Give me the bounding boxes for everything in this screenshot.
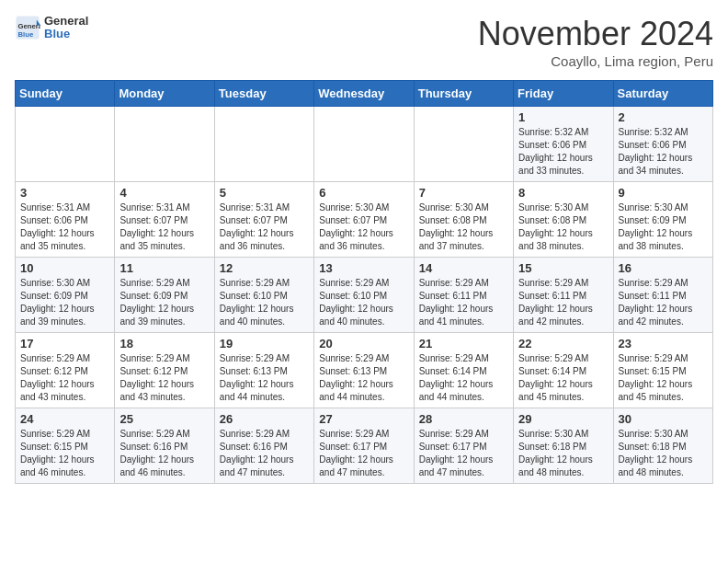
day-info: Sunrise: 5:30 AM Sunset: 6:08 PM Dayligh… xyxy=(419,201,508,253)
day-info: Sunrise: 5:30 AM Sunset: 6:08 PM Dayligh… xyxy=(518,201,608,253)
day-info: Sunrise: 5:31 AM Sunset: 6:07 PM Dayligh… xyxy=(220,201,309,253)
day-info: Sunrise: 5:29 AM Sunset: 6:09 PM Dayligh… xyxy=(119,277,209,328)
calendar-cell: 3Sunrise: 5:31 AM Sunset: 6:06 PM Daylig… xyxy=(16,182,115,258)
calendar-cell: 4Sunrise: 5:31 AM Sunset: 6:07 PM Daylig… xyxy=(115,182,214,258)
calendar-cell: 16Sunrise: 5:29 AM Sunset: 6:11 PM Dayli… xyxy=(613,258,712,333)
day-info: Sunrise: 5:29 AM Sunset: 6:17 PM Dayligh… xyxy=(419,428,508,479)
title-block: November 2024 Coayllo, Lima region, Peru xyxy=(478,15,713,69)
day-info: Sunrise: 5:29 AM Sunset: 6:15 PM Dayligh… xyxy=(20,428,109,479)
day-number: 9 xyxy=(619,186,708,200)
calendar-cell: 29Sunrise: 5:30 AM Sunset: 6:18 PM Dayli… xyxy=(514,408,613,484)
day-number: 21 xyxy=(419,337,508,350)
day-number: 2 xyxy=(619,110,708,124)
day-info: Sunrise: 5:29 AM Sunset: 6:14 PM Dayligh… xyxy=(518,352,608,404)
calendar-cell: 10Sunrise: 5:30 AM Sunset: 6:09 PM Dayli… xyxy=(16,258,115,333)
calendar-cell: 5Sunrise: 5:31 AM Sunset: 6:07 PM Daylig… xyxy=(214,182,313,258)
logo-text-general: General xyxy=(44,15,88,28)
day-number: 4 xyxy=(119,186,209,200)
weekday-header-tuesday: Tuesday xyxy=(214,81,313,107)
calendar-cell: 23Sunrise: 5:29 AM Sunset: 6:15 PM Dayli… xyxy=(613,333,712,408)
day-info: Sunrise: 5:30 AM Sunset: 6:18 PM Dayligh… xyxy=(518,428,608,479)
calendar-cell xyxy=(16,107,115,182)
weekday-header-thursday: Thursday xyxy=(414,81,513,107)
calendar-cell: 26Sunrise: 5:29 AM Sunset: 6:16 PM Dayli… xyxy=(214,408,313,484)
day-info: Sunrise: 5:30 AM Sunset: 6:07 PM Dayligh… xyxy=(319,201,408,253)
day-info: Sunrise: 5:29 AM Sunset: 6:13 PM Dayligh… xyxy=(319,352,408,404)
day-number: 19 xyxy=(220,337,309,350)
day-number: 20 xyxy=(319,337,408,350)
day-info: Sunrise: 5:29 AM Sunset: 6:11 PM Dayligh… xyxy=(419,277,508,328)
day-number: 8 xyxy=(518,186,608,200)
day-info: Sunrise: 5:30 AM Sunset: 6:09 PM Dayligh… xyxy=(20,277,109,328)
day-number: 3 xyxy=(20,186,109,200)
day-info: Sunrise: 5:29 AM Sunset: 6:11 PM Dayligh… xyxy=(518,277,608,328)
calendar-cell: 22Sunrise: 5:29 AM Sunset: 6:14 PM Dayli… xyxy=(514,333,613,408)
day-info: Sunrise: 5:29 AM Sunset: 6:13 PM Dayligh… xyxy=(220,352,309,404)
day-info: Sunrise: 5:29 AM Sunset: 6:16 PM Dayligh… xyxy=(119,428,209,479)
calendar-cell: 9Sunrise: 5:30 AM Sunset: 6:09 PM Daylig… xyxy=(613,182,712,258)
calendar-cell xyxy=(414,107,513,182)
day-info: Sunrise: 5:29 AM Sunset: 6:10 PM Dayligh… xyxy=(220,277,309,328)
day-info: Sunrise: 5:29 AM Sunset: 6:15 PM Dayligh… xyxy=(619,352,708,404)
calendar-cell: 15Sunrise: 5:29 AM Sunset: 6:11 PM Dayli… xyxy=(514,258,613,333)
calendar-cell: 14Sunrise: 5:29 AM Sunset: 6:11 PM Dayli… xyxy=(414,258,513,333)
calendar-table: SundayMondayTuesdayWednesdayThursdayFrid… xyxy=(15,80,713,484)
logo: General Blue General Blue xyxy=(15,15,88,41)
day-number: 16 xyxy=(619,261,708,275)
day-number: 11 xyxy=(119,261,209,275)
day-info: Sunrise: 5:29 AM Sunset: 6:10 PM Dayligh… xyxy=(319,277,408,328)
location-subtitle: Coayllo, Lima region, Peru xyxy=(478,53,713,69)
day-number: 29 xyxy=(518,412,608,426)
calendar-cell xyxy=(314,107,414,182)
calendar-cell: 12Sunrise: 5:29 AM Sunset: 6:10 PM Dayli… xyxy=(214,258,313,333)
day-number: 18 xyxy=(119,337,209,350)
day-number: 23 xyxy=(619,337,708,350)
day-info: Sunrise: 5:29 AM Sunset: 6:16 PM Dayligh… xyxy=(220,428,309,479)
day-number: 24 xyxy=(20,412,109,426)
day-number: 5 xyxy=(220,186,309,200)
day-info: Sunrise: 5:29 AM Sunset: 6:12 PM Dayligh… xyxy=(20,352,109,404)
calendar-cell: 28Sunrise: 5:29 AM Sunset: 6:17 PM Dayli… xyxy=(414,408,513,484)
weekday-header-friday: Friday xyxy=(514,81,613,107)
month-title: November 2024 xyxy=(478,15,713,53)
calendar-cell: 17Sunrise: 5:29 AM Sunset: 6:12 PM Dayli… xyxy=(16,333,115,408)
day-number: 25 xyxy=(119,412,209,426)
day-info: Sunrise: 5:30 AM Sunset: 6:18 PM Dayligh… xyxy=(619,428,708,479)
day-info: Sunrise: 5:29 AM Sunset: 6:12 PM Dayligh… xyxy=(119,352,209,404)
day-info: Sunrise: 5:29 AM Sunset: 6:14 PM Dayligh… xyxy=(419,352,508,404)
calendar-cell: 30Sunrise: 5:30 AM Sunset: 6:18 PM Dayli… xyxy=(613,408,712,484)
day-number: 17 xyxy=(20,337,109,350)
page-header: General Blue General Blue November 2024 … xyxy=(15,15,713,69)
calendar-cell: 21Sunrise: 5:29 AM Sunset: 6:14 PM Dayli… xyxy=(414,333,513,408)
svg-text:Blue: Blue xyxy=(18,30,34,39)
calendar-cell: 25Sunrise: 5:29 AM Sunset: 6:16 PM Dayli… xyxy=(115,408,214,484)
day-number: 15 xyxy=(518,261,608,275)
day-number: 7 xyxy=(419,186,508,200)
calendar-cell xyxy=(214,107,313,182)
logo-text-blue: Blue xyxy=(44,28,88,40)
day-number: 10 xyxy=(20,261,109,275)
day-info: Sunrise: 5:29 AM Sunset: 6:11 PM Dayligh… xyxy=(619,277,708,328)
calendar-cell: 24Sunrise: 5:29 AM Sunset: 6:15 PM Dayli… xyxy=(16,408,115,484)
calendar-cell: 6Sunrise: 5:30 AM Sunset: 6:07 PM Daylig… xyxy=(314,182,414,258)
weekday-header-saturday: Saturday xyxy=(613,81,712,107)
logo-icon: General Blue xyxy=(15,15,40,40)
calendar-cell: 1Sunrise: 5:32 AM Sunset: 6:06 PM Daylig… xyxy=(514,107,613,182)
calendar-cell: 2Sunrise: 5:32 AM Sunset: 6:06 PM Daylig… xyxy=(613,107,712,182)
day-info: Sunrise: 5:32 AM Sunset: 6:06 PM Dayligh… xyxy=(619,126,708,178)
day-number: 26 xyxy=(220,412,309,426)
day-info: Sunrise: 5:30 AM Sunset: 6:09 PM Dayligh… xyxy=(619,201,708,253)
weekday-header-monday: Monday xyxy=(115,81,214,107)
calendar-cell xyxy=(115,107,214,182)
day-info: Sunrise: 5:29 AM Sunset: 6:17 PM Dayligh… xyxy=(319,428,408,479)
day-number: 22 xyxy=(518,337,608,350)
calendar-cell: 18Sunrise: 5:29 AM Sunset: 6:12 PM Dayli… xyxy=(115,333,214,408)
weekday-header-wednesday: Wednesday xyxy=(314,81,414,107)
day-info: Sunrise: 5:31 AM Sunset: 6:07 PM Dayligh… xyxy=(119,201,209,253)
day-number: 27 xyxy=(319,412,408,426)
day-number: 13 xyxy=(319,261,408,275)
weekday-header-sunday: Sunday xyxy=(16,81,115,107)
calendar-cell: 11Sunrise: 5:29 AM Sunset: 6:09 PM Dayli… xyxy=(115,258,214,333)
day-info: Sunrise: 5:31 AM Sunset: 6:06 PM Dayligh… xyxy=(20,201,109,253)
calendar-cell: 27Sunrise: 5:29 AM Sunset: 6:17 PM Dayli… xyxy=(314,408,414,484)
